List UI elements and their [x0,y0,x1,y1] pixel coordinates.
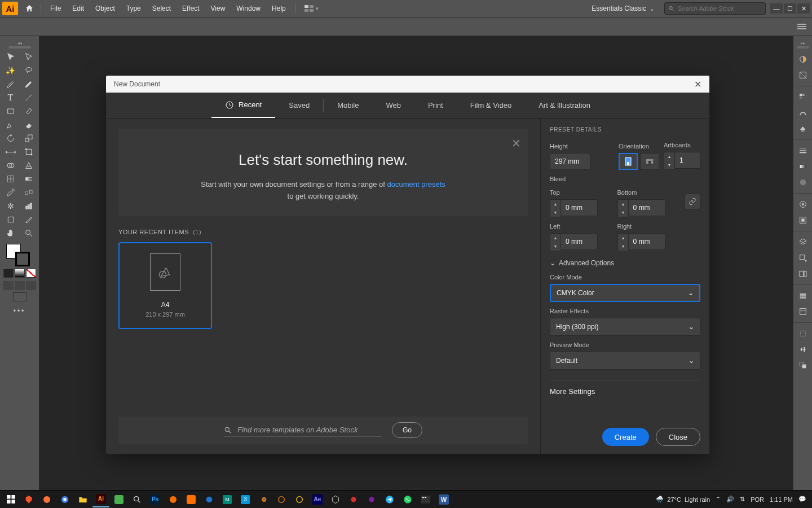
rotate-tool[interactable] [2,132,19,144]
taskbar-app-aftereffects[interactable]: Ae [309,492,326,507]
link-bleed-values-button[interactable] [685,194,700,209]
color-panel-icon[interactable] [796,53,810,65]
taskbar-app-telegram[interactable] [381,492,398,507]
bleed-right-input[interactable]: ▴▾0 mm [617,233,678,251]
transform-panel-icon[interactable] [796,327,810,340]
selection-tool[interactable] [2,51,19,63]
mesh-tool[interactable] [2,173,19,185]
tab-print[interactable]: Print [414,93,457,118]
menu-file[interactable]: File [45,0,67,17]
libraries-panel-icon[interactable] [796,290,810,302]
tab-recent[interactable]: Recent [211,93,275,118]
taskbar-app-substance[interactable] [273,492,290,507]
taskbar-app-blender[interactable] [255,492,272,507]
artboards-panel-icon[interactable] [796,268,810,280]
stock-search-placeholder[interactable]: Find more templates on Adobe Stock [237,426,358,434]
taskbar-app-explorer[interactable] [74,492,91,507]
tray-notifications-icon[interactable]: 💬 [798,496,806,503]
taskbar-app-chrome[interactable] [56,492,73,507]
curvature-tool[interactable] [20,78,37,90]
gradient-tool[interactable] [20,173,37,185]
preview-mode-dropdown[interactable]: Default ⌄ [550,352,700,370]
bleed-left-input[interactable]: ▴▾0 mm [550,233,611,251]
toolbox-collapse-icon[interactable]: ◂◂ [16,41,23,44]
shaper-tool[interactable] [2,119,19,131]
weather-widget[interactable]: 🌧️ 27°C Light rain [656,496,710,503]
taskbar-app-brave[interactable] [20,492,37,507]
tray-chevron-icon[interactable]: ⌃ [716,496,721,503]
home-button[interactable] [21,2,37,15]
taskbar-app-generic-dark[interactable] [291,492,308,507]
rectangle-tool[interactable] [2,105,19,117]
height-input[interactable]: 297 mm [550,153,590,170]
paintbrush-tool[interactable] [20,105,37,117]
asset-export-panel-icon[interactable] [796,252,810,264]
menu-view[interactable]: View [205,0,231,17]
color-mode-gradient[interactable] [15,269,25,278]
close-button[interactable]: Close [656,428,700,446]
symbols-panel-icon[interactable]: ♣ [796,122,810,135]
color-mode-solid[interactable] [3,269,14,278]
document-presets-link[interactable]: document presets [387,180,445,189]
tab-web[interactable]: Web [372,93,414,118]
taskbar-app-magnifier[interactable] [129,492,145,507]
tab-saved[interactable]: Saved [275,93,323,118]
more-settings-link[interactable]: More Settings [550,387,700,396]
taskbar-app-photoshop[interactable]: Ps [147,492,164,507]
appearance-panel-icon[interactable] [796,198,810,211]
search-adobe-stock[interactable] [664,2,766,15]
window-maximize[interactable]: ☐ [784,3,796,14]
eraser-tool[interactable] [20,119,37,131]
arrange-docs-icon[interactable]: ▾ [299,0,324,17]
graphic-styles-panel-icon[interactable] [796,214,810,226]
window-minimize[interactable]: — [770,3,783,14]
tab-art-illustration[interactable]: Art & Illustration [525,93,604,118]
fill-stroke-swatches[interactable] [4,243,36,265]
draw-behind[interactable] [15,281,25,290]
zoom-tool[interactable] [20,227,37,239]
menu-help[interactable]: Help [266,0,292,17]
taskbar-app-generic-hex[interactable] [327,492,344,507]
taskbar-app-generic-orange[interactable] [183,492,200,507]
draw-inside[interactable] [26,281,36,290]
menu-effect[interactable]: Effect [176,0,205,17]
taskbar-app-media[interactable] [417,492,434,507]
taskbar-app-generic-purple[interactable] [363,492,380,507]
properties-panel-icon[interactable] [796,305,810,318]
slice-tool[interactable] [20,213,37,226]
symbol-sprayer-tool[interactable]: ✲ [2,200,19,212]
advanced-options-toggle[interactable]: ⌄ Advanced Options [550,259,700,267]
stroke-swatch[interactable] [15,252,30,266]
taskbar-app-3dsmax[interactable]: 3 [237,492,254,507]
window-close[interactable]: ✕ [797,3,810,14]
color-mode-dropdown[interactable]: CMYK Color ⌄ [550,284,700,302]
dialog-close-button[interactable]: ✕ [694,79,701,90]
pen-tool[interactable] [2,78,19,90]
hero-close-button[interactable]: ✕ [511,137,521,150]
lasso-tool[interactable] [20,64,37,77]
stroke-panel-icon[interactable] [796,144,810,157]
direct-selection-tool[interactable] [20,51,37,63]
go-button[interactable]: Go [392,422,422,438]
raster-effects-dropdown[interactable]: High (300 ppi) ⌄ [550,318,700,336]
dock-grip[interactable] [797,46,809,49]
magic-wand-tool[interactable]: ✨ [2,64,19,77]
free-transform-tool[interactable] [20,146,37,158]
gradient-panel-icon[interactable] [796,160,810,173]
orientation-portrait[interactable] [619,153,638,170]
menu-edit[interactable]: Edit [67,0,90,17]
column-graph-tool[interactable] [20,200,37,212]
artboard-tool[interactable] [2,213,19,226]
artboards-stepper[interactable]: ▴▾ 1 [664,152,700,170]
menu-window[interactable]: Window [231,0,266,17]
color-mode-none[interactable] [26,269,36,278]
preset-card-a4[interactable]: A4 210 x 297 mm [118,242,212,329]
width-tool[interactable]: ⟷ [2,146,19,158]
transparency-panel-icon[interactable] [796,176,810,189]
taskbar-app-generic-green[interactable] [111,492,127,507]
dialog-titlebar[interactable]: New Document ✕ [106,76,709,93]
scale-tool[interactable] [20,132,37,144]
menu-object[interactable]: Object [90,0,121,17]
create-button[interactable]: Create [602,428,649,446]
tab-mobile[interactable]: Mobile [324,93,372,118]
